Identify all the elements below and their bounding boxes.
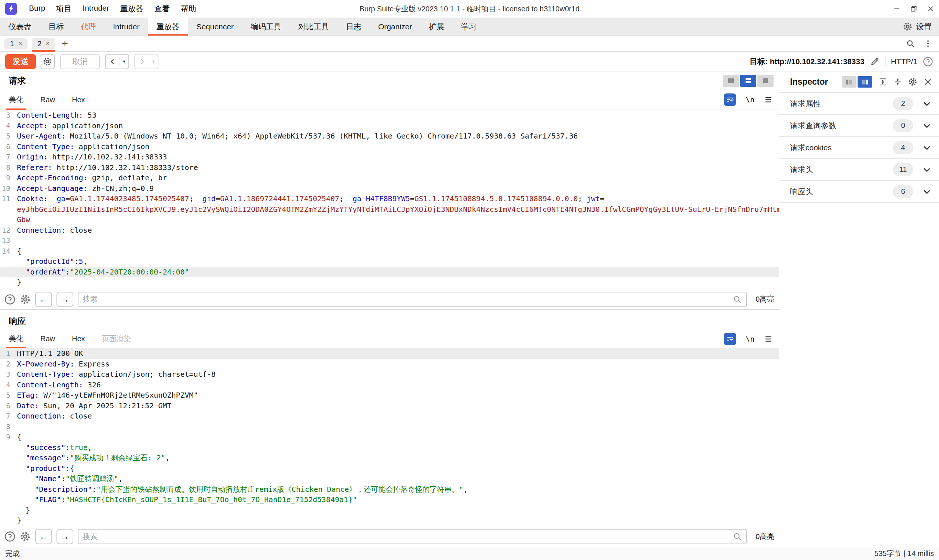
- menubar-item-2[interactable]: Intruder: [77, 4, 114, 14]
- request-code-line[interactable]: "productId":5,: [0, 256, 779, 267]
- main-tab-10[interactable]: 扩展: [420, 18, 453, 35]
- response-code-line[interactable]: 4Content-Length: 326: [0, 380, 779, 390]
- inspector-section-0[interactable]: 请求属性2: [779, 93, 939, 115]
- response-code-line[interactable]: 7Connection: close: [0, 411, 779, 422]
- response-code-line[interactable]: 9{: [0, 432, 779, 442]
- response-code-line[interactable]: 6Date: Sun, 20 Apr 2025 12:21:52 GMT: [0, 401, 779, 411]
- inspector-section-2[interactable]: 请求cookies4: [779, 137, 939, 159]
- request-view-tab-0[interactable]: 美化: [9, 90, 23, 109]
- restore-icon[interactable]: [905, 2, 922, 16]
- response-code-line[interactable]: 3Content-Type: application/json; charset…: [0, 369, 779, 380]
- inspector-section-4[interactable]: 响应头6: [779, 181, 939, 203]
- prev-match-button[interactable]: ←: [35, 529, 52, 544]
- dock-right-icon[interactable]: [857, 76, 872, 88]
- caret-down-icon[interactable]: ▾: [120, 57, 128, 66]
- chevron-down-icon[interactable]: [922, 165, 932, 174]
- search-icon[interactable]: [906, 39, 915, 48]
- chevron-down-icon[interactable]: [922, 121, 932, 131]
- request-view-tab-1[interactable]: Raw: [40, 90, 55, 109]
- caret-down-icon[interactable]: ▾: [149, 57, 158, 66]
- request-code-line[interactable]: eyJhbGciOiJIUzI1NiIsInR5cCI6IkpXVCJ9.eyJ…: [0, 204, 779, 215]
- close-tab-icon[interactable]: ×: [46, 40, 49, 47]
- request-code-line[interactable]: 6Content-Type: application/json: [0, 142, 779, 152]
- menubar-item-5[interactable]: 帮助: [175, 4, 202, 14]
- main-tab-8[interactable]: 日志: [338, 18, 370, 35]
- request-code-line[interactable]: 4Accept: application/json: [0, 121, 779, 131]
- layout-columns-icon[interactable]: [723, 75, 739, 87]
- hamburger-menu-icon[interactable]: [764, 335, 773, 343]
- close-tab-icon[interactable]: ×: [19, 40, 22, 47]
- word-wrap-icon[interactable]: [724, 333, 736, 345]
- collapse-all-icon[interactable]: [893, 77, 902, 86]
- request-code-line[interactable]: 8Referer: http://10.102.32.141:38333/sto…: [0, 162, 779, 173]
- chevron-down-icon[interactable]: [922, 99, 932, 108]
- response-code-line[interactable]: "product":{: [0, 463, 779, 474]
- request-code-line[interactable]: 9Accept-Encoding: gzip, deflate, br: [0, 172, 779, 183]
- main-tab-4[interactable]: 重放器: [148, 18, 188, 35]
- main-tab-6[interactable]: 编码工具: [242, 18, 290, 35]
- request-code-line[interactable]: 14{: [0, 246, 779, 257]
- response-code-line[interactable]: "success":true,: [0, 442, 779, 453]
- inspector-section-1[interactable]: 请求查询参数0: [779, 115, 939, 137]
- repeater-tab-0[interactable]: 1×: [5, 38, 28, 49]
- add-tab-button[interactable]: +: [62, 37, 68, 50]
- minimize-icon[interactable]: [888, 2, 905, 16]
- request-code-line[interactable]: }: [0, 277, 779, 288]
- chevron-down-icon[interactable]: [922, 187, 932, 197]
- prev-match-button[interactable]: ←: [35, 292, 52, 307]
- response-code-line[interactable]: }: [0, 515, 779, 526]
- request-editor[interactable]: 3Content-Length: 534Accept: application/…: [0, 110, 779, 289]
- response-editor[interactable]: 1HTTP/1.1 200 OK2X-Powered-By: Express3C…: [0, 348, 779, 526]
- response-code-line[interactable]: "FLAG":"HASHCTF{ChIcKEn_sOUP_1s_1I1E_BuT…: [0, 494, 779, 505]
- gear-icon[interactable]: [908, 77, 917, 86]
- response-code-line[interactable]: }: [0, 505, 779, 515]
- request-code-line[interactable]: 3Content-Length: 53: [0, 110, 779, 121]
- response-code-line[interactable]: 1HTTP/1.1 200 OK: [0, 348, 779, 359]
- gear-icon[interactable]: [20, 294, 31, 305]
- repeater-tab-1[interactable]: 2×: [32, 38, 55, 49]
- dock-left-icon[interactable]: [842, 76, 856, 88]
- back-history-button[interactable]: ▾: [105, 54, 129, 69]
- send-options-button[interactable]: [40, 54, 55, 69]
- main-tab-2[interactable]: 代理: [72, 18, 105, 35]
- help-icon[interactable]: [923, 57, 933, 67]
- main-tab-11[interactable]: 学习: [453, 18, 485, 35]
- inspector-section-3[interactable]: 请求头11: [779, 159, 939, 181]
- request-code-line[interactable]: 5User-Agent: Mozilla/5.0 (Windows NT 10.…: [0, 131, 779, 142]
- gear-icon[interactable]: [20, 531, 31, 542]
- response-code-line[interactable]: 5ETag: W/"146-ytEWFnMORj2etRMeSxunOZhPZV…: [0, 390, 779, 401]
- request-code-line[interactable]: "orderAt":"2025-04-20T20:00:00-24:00": [0, 267, 779, 277]
- show-newlines-toggle[interactable]: \n: [746, 95, 754, 104]
- request-code-line[interactable]: 13: [0, 235, 779, 246]
- help-icon[interactable]: [5, 294, 15, 305]
- kebab-menu-icon[interactable]: [924, 39, 933, 48]
- menubar-item-3[interactable]: 重放器: [115, 4, 149, 14]
- request-code-line[interactable]: 12Connection: close: [0, 225, 779, 235]
- search-input[interactable]: [83, 532, 733, 541]
- response-code-line[interactable]: "Name":"铁匠特调鸡汤",: [0, 474, 779, 484]
- request-view-tab-2[interactable]: Hex: [72, 90, 85, 109]
- main-tab-5[interactable]: Sequencer: [188, 18, 242, 35]
- request-code-line[interactable]: Gbw: [0, 214, 779, 225]
- layout-single-icon[interactable]: [757, 75, 774, 87]
- response-code-line[interactable]: 8: [0, 422, 779, 432]
- response-view-tab-1[interactable]: Raw: [40, 330, 55, 348]
- main-tab-7[interactable]: 对比工具: [290, 18, 338, 35]
- main-tab-9[interactable]: Organizer: [370, 18, 420, 35]
- response-code-line[interactable]: "Description":"用会下蛋的铁砧熬制而成。饮用时自动播放村庄remi…: [0, 484, 779, 495]
- next-match-button[interactable]: →: [57, 529, 73, 544]
- edit-target-icon[interactable]: [870, 57, 880, 66]
- chevron-down-icon[interactable]: [922, 143, 932, 152]
- hamburger-menu-icon[interactable]: [764, 95, 773, 104]
- expand-all-icon[interactable]: [878, 77, 887, 86]
- response-view-tab-0[interactable]: 美化: [9, 330, 23, 348]
- menubar-item-1[interactable]: 项目: [51, 4, 77, 14]
- main-tab-1[interactable]: 目标: [40, 18, 72, 35]
- request-code-line[interactable]: 10Accept-Language: zh-CN,zh;q=0.9: [0, 183, 779, 194]
- main-tab-0[interactable]: 仪表盘: [0, 18, 40, 35]
- close-icon[interactable]: [923, 77, 933, 86]
- close-icon[interactable]: [922, 2, 939, 16]
- show-newlines-toggle[interactable]: \n: [746, 335, 754, 343]
- response-code-line[interactable]: 2X-Powered-By: Express: [0, 359, 779, 369]
- send-button[interactable]: 发送: [5, 54, 36, 69]
